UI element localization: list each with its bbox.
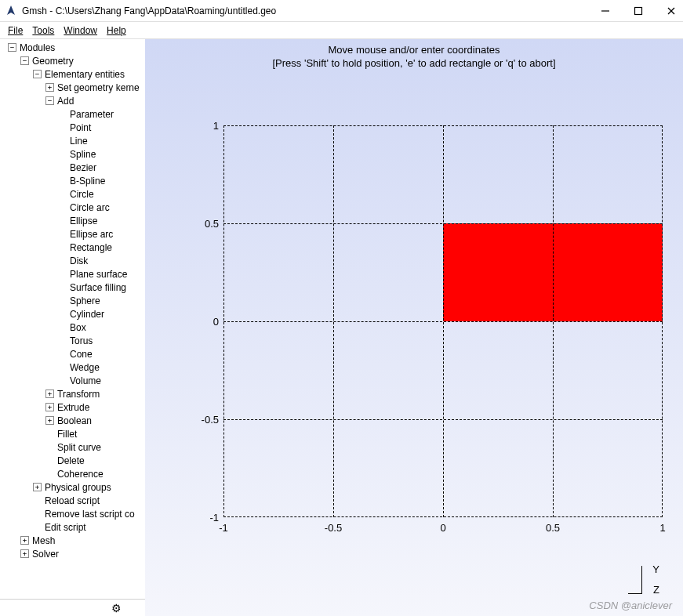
collapse-icon[interactable]: − bbox=[45, 96, 54, 105]
gridline-horizontal bbox=[223, 321, 663, 322]
tree-add-ellipse[interactable]: Ellipse bbox=[0, 214, 145, 227]
tree-add-box[interactable]: Box bbox=[0, 321, 145, 334]
axis-y-line bbox=[641, 566, 642, 594]
tree-boolean[interactable]: +Boolean bbox=[0, 414, 145, 427]
x-tick-label: 0 bbox=[440, 522, 445, 534]
tree-add-bezier[interactable]: Bezier bbox=[0, 161, 145, 174]
tree-add-cylinder[interactable]: Cylinder bbox=[0, 307, 145, 321]
tree-fillet[interactable]: Fillet bbox=[0, 427, 145, 440]
tree-add-plane-surface[interactable]: Plane surface bbox=[0, 267, 145, 281]
tree-add-circle-arc[interactable]: Circle arc bbox=[0, 201, 145, 214]
x-tick-label: 0.5 bbox=[546, 522, 560, 534]
menu-window[interactable]: Window bbox=[60, 24, 100, 38]
tree-reload-script[interactable]: Reload script bbox=[0, 494, 145, 507]
expand-icon[interactable]: + bbox=[33, 483, 42, 491]
tree-add-point[interactable]: Point bbox=[0, 121, 145, 134]
window-title: Gmsh - C:\Users\Zhang Fang\AppData\Roami… bbox=[22, 5, 598, 16]
tree-add-sphere[interactable]: Sphere bbox=[0, 294, 145, 307]
gridline-horizontal bbox=[223, 223, 663, 224]
titlebar: Gmsh - C:\Users\Zhang Fang\AppData\Roami… bbox=[0, 0, 683, 22]
expand-icon[interactable]: + bbox=[45, 403, 54, 411]
tree-add-parameter[interactable]: Parameter bbox=[0, 107, 145, 121]
expand-icon[interactable]: + bbox=[45, 416, 54, 425]
tree-remove-last-script[interactable]: Remove last script co bbox=[0, 507, 145, 520]
menu-file[interactable]: File bbox=[5, 24, 26, 38]
viewport-instructions: Move mouse and/or enter coordinates [Pre… bbox=[145, 39, 683, 69]
y-tick-label: -1 bbox=[187, 512, 219, 524]
watermark-text: CSDN @aniclever bbox=[589, 600, 672, 611]
tree-add-line[interactable]: Line bbox=[0, 134, 145, 147]
tree-add-disk[interactable]: Disk bbox=[0, 254, 145, 267]
tree-split-curve[interactable]: Split curve bbox=[0, 440, 145, 454]
tree-delete[interactable]: Delete bbox=[0, 454, 145, 467]
tree-coherence[interactable]: Coherence bbox=[0, 467, 145, 480]
y-tick-label: 0.5 bbox=[187, 218, 219, 230]
tree-mesh[interactable]: +Mesh bbox=[0, 534, 145, 547]
minimize-button[interactable] bbox=[598, 4, 612, 18]
tree-geometry[interactable]: −Geometry bbox=[0, 54, 145, 67]
tree-solver[interactable]: +Solver bbox=[0, 547, 145, 560]
tree-elementary-entities[interactable]: −Elementary entities bbox=[0, 67, 145, 81]
statusbar: ⚙ bbox=[0, 599, 145, 616]
tree-add[interactable]: −Add bbox=[0, 94, 145, 107]
axis-z-label: Z bbox=[653, 584, 659, 596]
menubar: File Tools Window Help bbox=[0, 22, 683, 39]
maximize-button[interactable] bbox=[631, 4, 645, 18]
expand-icon[interactable]: + bbox=[20, 536, 29, 545]
gear-icon[interactable]: ⚙ bbox=[111, 602, 122, 614]
expand-icon[interactable]: + bbox=[20, 549, 29, 558]
tree-add-circle[interactable]: Circle bbox=[0, 187, 145, 201]
tree-add-ellipse-arc[interactable]: Ellipse arc bbox=[0, 227, 145, 241]
x-tick-label: -1 bbox=[219, 522, 228, 534]
tree-add-spline[interactable]: Spline bbox=[0, 147, 145, 161]
tree-add-rectangle[interactable]: Rectangle bbox=[0, 241, 145, 254]
module-tree: −Modules −Geometry −Elementary entities … bbox=[0, 39, 145, 616]
tree-add-b-spline[interactable]: B-Spline bbox=[0, 174, 145, 187]
tree-edit-script[interactable]: Edit script bbox=[0, 520, 145, 534]
tree-add-cone[interactable]: Cone bbox=[0, 347, 145, 361]
tree-add-surface-filling[interactable]: Surface filling bbox=[0, 281, 145, 294]
tree-add-volume[interactable]: Volume bbox=[0, 374, 145, 387]
plot-area[interactable] bbox=[223, 125, 663, 517]
tree-physical-groups[interactable]: +Physical groups bbox=[0, 480, 145, 494]
menu-tools[interactable]: Tools bbox=[29, 24, 57, 38]
tree-add-torus[interactable]: Torus bbox=[0, 334, 145, 347]
collapse-icon[interactable]: − bbox=[33, 70, 42, 78]
tree-extrude[interactable]: +Extrude bbox=[0, 400, 145, 414]
y-tick-label: 1 bbox=[187, 120, 219, 132]
graphics-viewport[interactable]: Move mouse and/or enter coordinates [Pre… bbox=[145, 39, 683, 616]
y-tick-label: 0 bbox=[187, 316, 219, 328]
expand-icon[interactable]: + bbox=[45, 390, 54, 398]
x-tick-label: 1 bbox=[659, 522, 665, 534]
gridline-horizontal bbox=[223, 419, 663, 420]
axis-y-label: Y bbox=[652, 563, 659, 575]
menu-help[interactable]: Help bbox=[104, 24, 129, 38]
y-tick-label: -0.5 bbox=[187, 414, 219, 426]
collapse-icon[interactable]: − bbox=[20, 56, 29, 65]
close-button[interactable] bbox=[664, 4, 678, 18]
expand-icon[interactable]: + bbox=[45, 83, 54, 92]
app-icon bbox=[5, 5, 17, 17]
tree-modules[interactable]: −Modules bbox=[0, 41, 145, 54]
instruction-line-2: [Press 'Shift' to hold position, 'e' to … bbox=[145, 57, 683, 69]
svg-rect-1 bbox=[635, 7, 642, 14]
instruction-line-1: Move mouse and/or enter coordinates bbox=[145, 44, 683, 56]
axis-z-line bbox=[628, 593, 642, 594]
tree-set-geometry-kernel[interactable]: +Set geometry kerne bbox=[0, 81, 145, 94]
x-tick-label: -0.5 bbox=[325, 522, 342, 534]
tree-transform[interactable]: +Transform bbox=[0, 387, 145, 400]
collapse-icon[interactable]: − bbox=[8, 43, 16, 52]
tree-add-wedge[interactable]: Wedge bbox=[0, 361, 145, 374]
